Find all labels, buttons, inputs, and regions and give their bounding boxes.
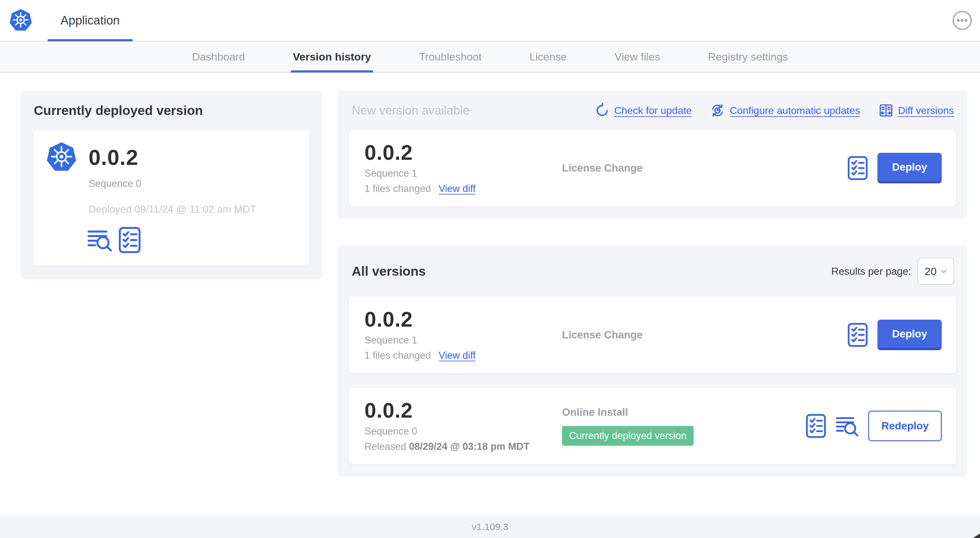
version-row: 0.0.2 Sequence 1 1 files changed View di… [349,297,956,373]
deploy-button[interactable]: Deploy [877,320,942,350]
view-diff-link[interactable]: View diff [439,183,476,195]
files-changed-label: 1 files changed [364,183,431,195]
kubernetes-logo-icon [9,9,32,32]
app-title-tab[interactable]: Application [48,0,132,41]
auto-update-clock-icon [710,103,725,118]
chevron-down-icon [939,267,948,276]
all-versions-heading: All versions [352,264,426,279]
current-version-sequence: Sequence 0 [89,178,297,189]
version-source-label: Online Install [562,406,806,418]
preflight-checklist-icon [848,322,868,347]
version-source-label: License Change [562,329,848,341]
redeploy-button[interactable]: Redeploy [868,411,942,441]
view-diff-link[interactable]: View diff [439,350,476,361]
configure-automatic-updates-link[interactable]: Configure automatic updates [710,103,860,118]
version-released-date: Released 08/29/24 @ 03:18 pm MDT [364,441,562,452]
currently-deployed-badge: Currently deployed version [562,426,694,446]
diff-columns-icon [879,103,893,118]
all-versions-panel: All versions Results per page: 20 [338,245,967,477]
version-number: 0.0.2 [364,142,562,163]
version-number: 0.0.2 [364,308,562,330]
tab-registry-settings[interactable]: Registry settings [708,41,788,72]
tab-version-history[interactable]: Version history [293,41,371,72]
preflight-checks-button[interactable] [806,414,826,438]
view-logs-button[interactable] [836,415,859,437]
main-content: Currently deployed version [0,73,980,477]
right-column: New version available Check for update [338,90,967,477]
section-nav: Dashboard Version history Troubleshoot L… [0,41,980,73]
app-header: Application [0,0,980,41]
ellipsis-menu-icon [952,10,972,30]
files-changed-label: 1 files changed [364,350,431,361]
preflight-checklist-icon [119,227,141,253]
version-source-label: License Change [562,162,848,174]
tab-view-files[interactable]: View files [614,41,660,72]
tab-dashboard[interactable]: Dashboard [192,41,245,72]
console-version: v1.109.3 [471,521,508,532]
preflight-checks-button[interactable] [848,156,868,181]
results-per-page-label: Results per page: [831,265,911,277]
currently-deployed-panel: Currently deployed version [21,90,322,279]
kubernetes-logo-icon [46,142,77,173]
deploy-button[interactable]: Deploy [877,153,942,183]
view-logs-icon [836,415,859,437]
version-number: 0.0.2 [364,400,562,422]
refresh-icon [595,103,609,118]
overflow-menu-button[interactable] [952,10,972,30]
preflight-checklist-icon [848,156,868,181]
currently-deployed-card: 0.0.2 Sequence 0 Deployed 09/11/24 @ 11:… [34,130,310,265]
current-version-number: 0.0.2 [89,145,138,170]
tab-license[interactable]: License [530,41,567,72]
view-logs-icon [87,228,112,252]
version-sequence: Sequence 1 [364,168,562,179]
preflight-checks-button[interactable] [848,322,868,347]
currently-deployed-heading: Currently deployed version [34,103,310,118]
new-version-row: 0.0.2 Sequence 1 1 files changed View di… [349,130,956,206]
new-version-heading: New version available [352,104,469,117]
preflight-checklist-icon [806,414,826,438]
version-row: 0.0.2 Sequence 0 Released 08/29/24 @ 03:… [349,388,956,464]
version-sequence: Sequence 1 [364,335,562,346]
view-logs-button[interactable] [87,228,112,252]
active-tab-underline [48,39,132,41]
version-sequence: Sequence 0 [364,425,562,437]
diff-versions-link[interactable]: Diff versions [879,103,954,118]
check-for-update-link[interactable]: Check for update [595,103,692,118]
results-per-page-select[interactable]: 20 [918,258,954,285]
app-footer: v1.109.3 [0,516,980,538]
tab-troubleshoot[interactable]: Troubleshoot [419,41,482,72]
current-version-deployed-date: Deployed 09/11/24 @ 11:02 am MDT [89,203,297,215]
preflight-checks-button[interactable] [119,227,141,253]
new-version-panel: New version available Check for update [338,90,967,219]
app-title: Application [60,14,120,27]
